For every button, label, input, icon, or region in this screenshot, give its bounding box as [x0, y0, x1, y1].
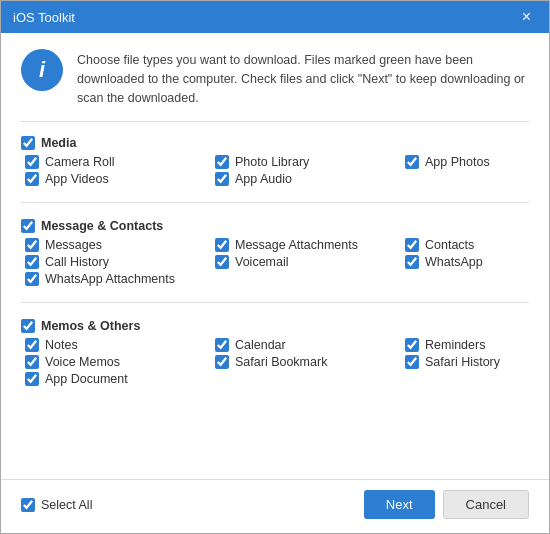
app-photos-checkbox[interactable]: [405, 155, 419, 169]
app-window: iOS Toolkit × i Choose file types you wa…: [0, 0, 550, 534]
whatsapp-checkbox[interactable]: [405, 255, 419, 269]
reminders-checkbox[interactable]: [405, 338, 419, 352]
messages-checkbox[interactable]: [25, 238, 39, 252]
list-item: App Photos: [405, 155, 549, 169]
safari-bookmark-checkbox[interactable]: [215, 355, 229, 369]
message-attachments-checkbox[interactable]: [215, 238, 229, 252]
messages-header-checkbox[interactable]: [21, 219, 35, 233]
list-item: WhatsApp Attachments: [25, 272, 215, 286]
list-item: Camera Roll: [25, 155, 215, 169]
list-item: App Document: [25, 372, 215, 386]
messages-section: Message & Contacts Messages Message Atta…: [21, 219, 529, 286]
list-item: Messages: [25, 238, 215, 252]
media-items-grid: Camera Roll Photo Library App Photos App…: [25, 155, 529, 186]
messages-items-grid: Messages Message Attachments Contacts Ca…: [25, 238, 529, 286]
photo-library-checkbox[interactable]: [215, 155, 229, 169]
memos-header-checkbox[interactable]: [21, 319, 35, 333]
select-all-checkbox[interactable]: [21, 498, 35, 512]
divider-1: [21, 202, 529, 203]
content-area: i Choose file types you want to download…: [1, 33, 549, 479]
info-description: Choose file types you want to download. …: [77, 49, 529, 107]
voice-memos-checkbox[interactable]: [25, 355, 39, 369]
footer-buttons: Next Cancel: [364, 490, 529, 519]
info-bar: i Choose file types you want to download…: [21, 49, 529, 122]
window-title: iOS Toolkit: [13, 10, 75, 25]
select-all-container: Select All: [21, 498, 92, 512]
memos-section: Memos & Others Notes Calendar Reminders: [21, 319, 529, 386]
list-item: Reminders: [405, 338, 549, 352]
voicemail-checkbox[interactable]: [215, 255, 229, 269]
list-item: App Videos: [25, 172, 215, 186]
media-section: Media Camera Roll Photo Library App Phot…: [21, 136, 529, 186]
app-videos-checkbox[interactable]: [25, 172, 39, 186]
contacts-checkbox[interactable]: [405, 238, 419, 252]
app-audio-checkbox[interactable]: [215, 172, 229, 186]
list-item: Safari History: [405, 355, 549, 369]
notes-checkbox[interactable]: [25, 338, 39, 352]
select-all-label: Select All: [41, 498, 92, 512]
list-item: App Audio: [215, 172, 405, 186]
list-item: Message Attachments: [215, 238, 405, 252]
list-item: WhatsApp: [405, 255, 549, 269]
list-item: Notes: [25, 338, 215, 352]
camera-roll-checkbox[interactable]: [25, 155, 39, 169]
list-item: Voicemail: [215, 255, 405, 269]
memos-section-header: Memos & Others: [21, 319, 529, 333]
list-item: Photo Library: [215, 155, 405, 169]
list-item: Call History: [25, 255, 215, 269]
whatsapp-attachments-checkbox[interactable]: [25, 272, 39, 286]
memos-items-grid: Notes Calendar Reminders Voice Memos: [25, 338, 529, 386]
footer: Select All Next Cancel: [1, 479, 549, 533]
list-item: Safari Bookmark: [215, 355, 405, 369]
next-button[interactable]: Next: [364, 490, 435, 519]
media-header-checkbox[interactable]: [21, 136, 35, 150]
calendar-checkbox[interactable]: [215, 338, 229, 352]
cancel-button[interactable]: Cancel: [443, 490, 529, 519]
file-type-sections: Media Camera Roll Photo Library App Phot…: [21, 136, 529, 467]
info-icon: i: [21, 49, 63, 91]
close-button[interactable]: ×: [516, 7, 537, 27]
list-item: Calendar: [215, 338, 405, 352]
divider-2: [21, 302, 529, 303]
messages-section-header: Message & Contacts: [21, 219, 529, 233]
media-section-header: Media: [21, 136, 529, 150]
safari-history-checkbox[interactable]: [405, 355, 419, 369]
app-document-checkbox[interactable]: [25, 372, 39, 386]
list-item: Voice Memos: [25, 355, 215, 369]
list-item: Contacts: [405, 238, 549, 252]
call-history-checkbox[interactable]: [25, 255, 39, 269]
titlebar: iOS Toolkit ×: [1, 1, 549, 33]
